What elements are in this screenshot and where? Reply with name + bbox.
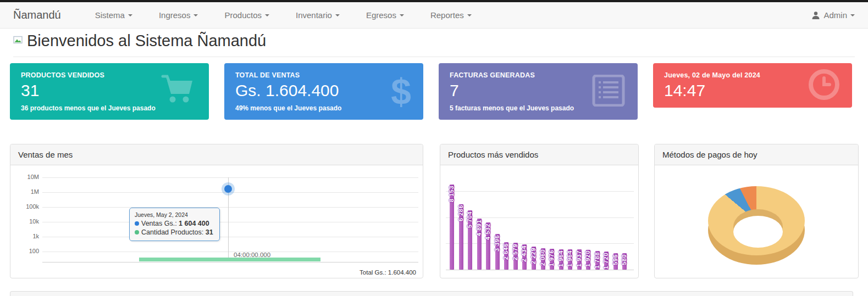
panel-pagos-title: Métodos de pagos de hoy (655, 144, 858, 165)
panel-ventas-title: Ventas de mes (10, 144, 423, 165)
bar-value-label: 1 964 (557, 250, 565, 267)
cart-icon (159, 74, 197, 109)
dollar-icon: $ (391, 74, 411, 110)
nav-item-sistema[interactable]: Sistema (82, 2, 146, 28)
chevron-down-icon (400, 14, 404, 16)
chevron-down-icon (193, 14, 198, 16)
nav-menu: SistemaIngresosProductosInventarioEgreso… (82, 2, 485, 28)
bar-value-label: 1 964 (566, 250, 574, 267)
navbar: Ñamandú SistemaIngresosProductosInventar… (0, 2, 868, 29)
bar-value-label: 4 532 (484, 224, 492, 240)
bar-value-label: 2 434 (521, 245, 528, 262)
user-label: Admin (823, 10, 847, 20)
tooltip-value: 1 604 400 (179, 220, 209, 227)
tooltip-date: Jueves, May 2, 2024 (135, 211, 213, 218)
tooltip-label: Cantidad Productos: (141, 228, 203, 236)
donut-hole (733, 216, 783, 248)
brand-logo[interactable]: Ñamandú (13, 9, 61, 21)
nav-item-inventario[interactable]: Inventario (283, 2, 353, 28)
card-subtitle: 49% menos que el Jueves pasado (235, 104, 412, 112)
card-productos-vendidos: PRODUCTOS VENDIDOS 31 36 productos menos… (10, 63, 209, 120)
bar-value-label: 4 891 (476, 220, 483, 236)
y-axis-tick-label: 1k (10, 233, 39, 239)
gridline (42, 177, 418, 178)
chevron-down-icon (335, 14, 340, 16)
ventas-data-point[interactable] (224, 185, 232, 193)
tooltip-value: 31 (206, 228, 213, 236)
series-bullet-blue (135, 221, 139, 226)
panel-metodos-de-pagos: Métodos de pagos de hoy (654, 144, 859, 278)
bar-value-label: 596 (612, 254, 620, 265)
chart-tooltip: Jueves, May 2, 2024 Ventas Gs.: 1 604 40… (129, 208, 220, 241)
tooltip-row-ventas: Ventas Gs.: 1 604 400 (135, 219, 213, 228)
panel-productos-mas-vendidos: Productos más vendidos 8 1536 2865 7044 … (440, 144, 639, 278)
bar-value-label: 2 579 (512, 244, 519, 260)
productos-plot: 8 1536 2865 7044 8914 5323 3962 6462 579… (440, 165, 638, 278)
x-axis-line (446, 270, 634, 270)
y-axis-tick-label: 10M (10, 174, 39, 180)
panel-ventas-de-mes: Ventas de mes 1001k10k100k1M10M 04:00:00… (10, 144, 423, 278)
nav-item-ingresos[interactable]: Ingresos (146, 2, 212, 28)
card-value: Gs. 1.604.400 (235, 81, 412, 100)
bar-value-label: 1 937 (576, 250, 583, 267)
user-icon (811, 11, 820, 20)
bar-value-label: 3 396 (494, 235, 501, 252)
dashboard-page: Ñamandú SistemaIngresosProductosInventar… (0, 0, 868, 296)
gridline (42, 222, 418, 222)
gridline (42, 252, 418, 252)
ventas-plot: 1001k10k100k1M10M 04:00:00.000 Jueves, M… (10, 165, 423, 278)
nav-item-reportes[interactable]: Reportes (417, 2, 485, 28)
card-facturas-generadas: FACTURAS GENERADAS 7 5 facturas menos qu… (439, 63, 638, 120)
chevron-down-icon (850, 14, 855, 16)
bar-value-label: 2 229 (530, 248, 538, 264)
tooltip-label: Ventas Gs.: (141, 220, 177, 227)
total-gs-label: Total Gs.: 1.604.400 (360, 269, 416, 276)
invoice-list-icon (591, 75, 626, 109)
page-header: Bienvenidos al Sistema Ñamandú (13, 32, 855, 57)
cantidad-productos-bar[interactable] (139, 258, 320, 261)
card-total-ventas: TOTAL DE VENTAS Gs. 1.604.400 49% menos … (224, 63, 423, 120)
bar-value-label: 2 060 (539, 249, 547, 266)
y-axis-tick-label: 100 (10, 248, 39, 254)
bar-value-label: 1 920 (584, 250, 592, 267)
y-axis-tick-label: 1M (10, 188, 39, 195)
pagos-plot (655, 165, 858, 278)
card-fecha-hora: Jueves, 02 de Mayo del 2024 14:47 (653, 63, 852, 108)
bar-value-label: 8 153 (448, 186, 456, 202)
bar-value-label: 1 720 (602, 253, 610, 269)
nav-item-productos[interactable]: Productos (211, 2, 283, 28)
y-axis-tick-label: 100k (10, 203, 39, 210)
bar-value-label: 2 646 (502, 243, 510, 260)
card-title: TOTAL DE VENTAS (235, 71, 412, 79)
gridline (446, 217, 634, 218)
tooltip-row-cantidad: Cantidad Productos: 31 (135, 228, 213, 237)
chevron-down-icon (128, 14, 132, 16)
page-title-icon (13, 35, 23, 47)
stat-cards-row: PRODUCTOS VENDIDOS 31 36 productos menos… (10, 63, 852, 120)
bar-value-label: 1 976 (548, 250, 556, 266)
bar-value-label: 6 286 (457, 205, 465, 221)
bar-value-label: 1 788 (594, 252, 601, 269)
user-menu[interactable]: Admin (811, 10, 855, 20)
x-axis-tick-label: 04:00:00.000 (234, 252, 270, 258)
chevron-down-icon (265, 14, 269, 16)
y-axis-tick-label: 10k (10, 218, 39, 225)
nav-item-egresos[interactable]: Egresos (353, 2, 417, 28)
gridline (42, 207, 418, 208)
gridline (446, 243, 634, 244)
gridline (42, 237, 418, 237)
clock-icon (808, 69, 840, 103)
series-bullet-green (135, 230, 139, 234)
page-title: Bienvenidos al Sistema Ñamandú (27, 32, 266, 50)
gridline (446, 191, 634, 192)
bar-value-label: 5 704 (466, 211, 474, 228)
chevron-down-icon (467, 14, 472, 16)
bottom-panel-cutoff (10, 291, 853, 296)
bar-value-label: 580 (621, 254, 628, 265)
x-axis-line (42, 262, 418, 263)
panel-productos-title: Productos más vendidos (440, 144, 638, 165)
